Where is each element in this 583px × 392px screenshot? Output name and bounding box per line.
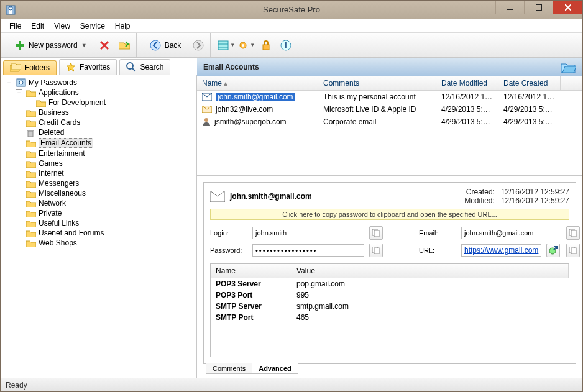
- tab-folders[interactable]: Folders: [3, 60, 57, 75]
- folder-icon: [26, 239, 36, 247]
- list-row[interactable]: john32@live.com Microsoft Live ID & Appl…: [197, 103, 582, 116]
- minimize-button[interactable]: [495, 1, 524, 14]
- export-button[interactable]: [116, 37, 132, 53]
- tree-usenet-and-forums[interactable]: Usenet and Forums: [14, 228, 195, 238]
- folder-icon: [26, 139, 36, 147]
- tab-search[interactable]: Search: [119, 59, 170, 75]
- email-input[interactable]: [461, 227, 541, 239]
- arrow-right-icon: [193, 40, 204, 51]
- kv-col-name[interactable]: Name: [211, 264, 292, 278]
- settings-button[interactable]: ▼: [238, 37, 254, 53]
- close-button[interactable]: [553, 1, 582, 14]
- svg-rect-41: [571, 248, 576, 254]
- copy-email-button[interactable]: [566, 226, 580, 240]
- open-url-button[interactable]: [546, 244, 560, 257]
- svg-rect-18: [263, 45, 269, 50]
- tab-comments[interactable]: Comments: [206, 363, 252, 374]
- folder-icon: [26, 170, 36, 178]
- collapse-icon[interactable]: −: [6, 80, 12, 86]
- panel-title: Email Accounts: [203, 63, 259, 71]
- info-icon: i: [280, 40, 292, 51]
- field-grid: Login: Email: Password: URL: https: [210, 226, 569, 257]
- tree-internet[interactable]: Internet: [14, 168, 195, 178]
- tree-web-shops[interactable]: Web Shops: [14, 238, 195, 248]
- folder-icon: [26, 119, 36, 127]
- detail-panel: john.smith@gmail.com Created:12/16/2012 …: [197, 176, 582, 378]
- delete-button[interactable]: [96, 37, 112, 53]
- copy-url-button[interactable]: [566, 244, 580, 257]
- tree-deleted[interactable]: Deleted: [14, 127, 195, 137]
- tree-for-development[interactable]: For Development: [24, 98, 195, 107]
- tree-email-accounts[interactable]: Email Accounts: [14, 137, 195, 148]
- folder-icon: [26, 189, 36, 198]
- folder-icon: [26, 199, 36, 207]
- folder-icon: [26, 89, 36, 97]
- tab-favorites[interactable]: Favorites: [59, 59, 117, 75]
- statusbar: Ready: [1, 378, 582, 391]
- col-name[interactable]: Name ▴: [197, 76, 318, 90]
- svg-rect-33: [374, 230, 379, 237]
- collapse-icon[interactable]: −: [16, 89, 22, 96]
- titlebar[interactable]: SecureSafe Pro: [1, 1, 582, 19]
- col-modified[interactable]: Date Modified: [436, 76, 498, 90]
- maximize-button[interactable]: [524, 1, 553, 14]
- tree-root[interactable]: − My Passwords: [4, 78, 195, 88]
- kv-col-value[interactable]: Value: [292, 264, 569, 278]
- tree-private[interactable]: Private: [14, 208, 195, 218]
- col-created[interactable]: Date Created: [498, 76, 561, 90]
- sidebar-tabs: Folders Favorites Search: [1, 58, 197, 75]
- x-icon: [99, 40, 109, 50]
- copy-login-button[interactable]: [369, 226, 383, 240]
- col-comments[interactable]: Comments: [318, 76, 436, 90]
- search-icon: [126, 62, 136, 72]
- tree-miscellaneous[interactable]: Miscellaneous: [14, 188, 195, 198]
- kv-row[interactable]: SMTP Port465: [211, 312, 569, 323]
- menu-help[interactable]: Help: [110, 21, 135, 32]
- list-body[interactable]: john.smith@gmail.com This is my personal…: [197, 91, 582, 175]
- kv-row[interactable]: POP3 Serverpop.gmail.com: [211, 278, 569, 289]
- url-field[interactable]: https://www.gmail.com: [461, 244, 541, 257]
- password-input[interactable]: [252, 244, 364, 257]
- tree-applications[interactable]: − Applications: [14, 88, 195, 98]
- svg-rect-37: [374, 248, 379, 254]
- list-row[interactable]: jsmith@superjob.com Corporate email 4/29…: [197, 116, 582, 128]
- menu-edit[interactable]: Edit: [26, 21, 49, 32]
- new-password-button[interactable]: New password ▼: [9, 37, 93, 53]
- copy-password-bar[interactable]: Click here to copy password to clipboard…: [210, 209, 569, 220]
- tree-network[interactable]: Network: [14, 198, 195, 208]
- list-header: Name ▴ Comments Date Modified Date Creat…: [197, 76, 582, 91]
- window-buttons: [495, 1, 582, 14]
- tree-entertainment[interactable]: Entertainment: [14, 148, 195, 158]
- list-row[interactable]: john.smith@gmail.com This is my personal…: [197, 91, 582, 103]
- kv-row[interactable]: SMTP Serversmtp.gmail.com: [211, 301, 569, 312]
- tree-useful-links[interactable]: Useful Links: [14, 218, 195, 228]
- forward-button[interactable]: [190, 37, 206, 53]
- kv-row[interactable]: POP3 Port995: [211, 289, 569, 301]
- detail-tabs: Comments Advanced: [203, 363, 576, 377]
- menu-file[interactable]: File: [4, 21, 26, 32]
- trash-icon: [26, 129, 36, 137]
- toolbar: New password ▼ Back ▼ ▼ i: [1, 33, 582, 58]
- copy-password-button[interactable]: [369, 244, 383, 257]
- copy-icon: [372, 247, 380, 254]
- back-button[interactable]: Back: [144, 37, 187, 54]
- menu-service[interactable]: Service: [75, 21, 110, 32]
- layout-button[interactable]: ▼: [218, 37, 234, 53]
- folder-icon: [26, 109, 36, 117]
- folder-open-icon[interactable]: [561, 62, 576, 73]
- tree-games[interactable]: Games: [14, 158, 195, 168]
- info-button[interactable]: i: [278, 37, 294, 53]
- folder-arrow-icon: [119, 40, 130, 50]
- menu-view[interactable]: View: [49, 21, 75, 32]
- main-panel: Email Accounts Name ▴ Comments Date Modi…: [197, 58, 582, 378]
- tab-advanced[interactable]: Advanced: [252, 363, 298, 374]
- svg-rect-13: [218, 41, 228, 50]
- login-input[interactable]: [252, 227, 364, 239]
- url-link[interactable]: https://www.gmail.com: [464, 246, 538, 255]
- tree-messengers[interactable]: Messengers: [14, 178, 195, 188]
- folder-icon: [26, 150, 36, 158]
- lock-button[interactable]: [258, 37, 274, 53]
- tree-credit-cards[interactable]: Credit Cards: [14, 117, 195, 127]
- folder-tree[interactable]: − My Passwords − Applications: [1, 75, 197, 378]
- tree-business[interactable]: Business: [14, 107, 195, 117]
